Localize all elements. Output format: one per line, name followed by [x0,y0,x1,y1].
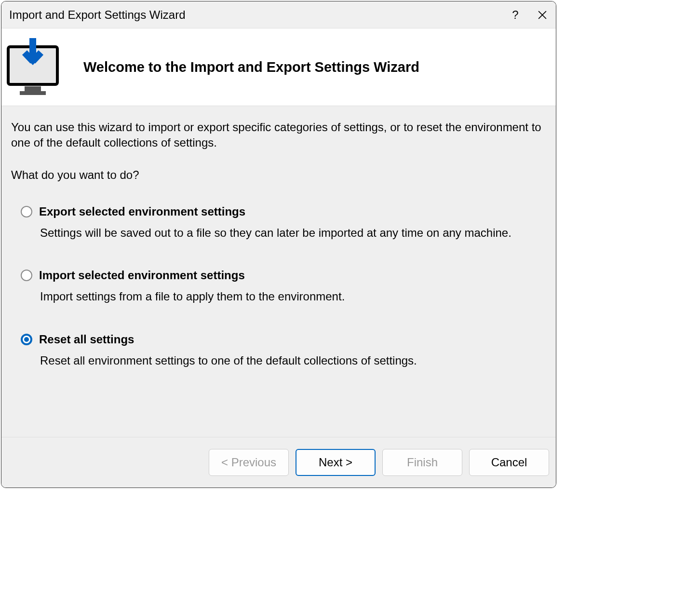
option-reset-text: Reset all settings Reset all environment… [39,333,546,368]
help-button[interactable]: ? [502,1,529,28]
window-title: Import and Export Settings Wizard [9,8,502,22]
svg-rect-5 [29,38,36,57]
close-icon [538,11,547,19]
cancel-button[interactable]: Cancel [469,449,549,476]
option-import-desc: Import settings from a file to apply the… [39,289,546,304]
options-group: Export selected environment settings Set… [11,205,546,368]
option-import-text: Import selected environment settings Imp… [39,269,546,304]
page-title: Welcome to the Import and Export Setting… [83,59,419,75]
option-import-title: Import selected environment settings [39,269,546,282]
wizard-body: You can use this wizard to import or exp… [1,106,556,437]
radio-export[interactable] [21,206,32,217]
titlebar-buttons: ? [502,1,556,28]
intro-text: You can use this wizard to import or exp… [11,120,546,151]
option-reset-title: Reset all settings [39,333,546,346]
option-export-desc: Settings will be saved out to a file so … [39,225,546,241]
close-button[interactable] [529,1,556,28]
svg-rect-4 [20,91,46,95]
option-reset[interactable]: Reset all settings Reset all environment… [21,333,546,368]
previous-button[interactable]: < Previous [209,449,289,476]
option-export[interactable]: Export selected environment settings Set… [21,205,546,241]
finish-button[interactable]: Finish [382,449,462,476]
option-reset-desc: Reset all environment settings to one of… [39,353,546,368]
import-export-icon [6,38,59,96]
radio-import[interactable] [21,270,32,281]
option-export-title: Export selected environment settings [39,205,546,218]
option-import[interactable]: Import selected environment settings Imp… [21,269,546,304]
titlebar: Import and Export Settings Wizard ? [1,1,556,28]
next-button[interactable]: Next > [296,449,376,476]
option-export-text: Export selected environment settings Set… [39,205,546,241]
wizard-footer: < Previous Next > Finish Cancel [1,437,556,488]
svg-rect-3 [25,86,41,91]
prompt-text: What do you want to do? [11,168,546,182]
radio-reset[interactable] [21,334,32,345]
wizard-header: Welcome to the Import and Export Setting… [1,28,556,106]
wizard-dialog: Import and Export Settings Wizard ? Welc… [1,1,556,488]
